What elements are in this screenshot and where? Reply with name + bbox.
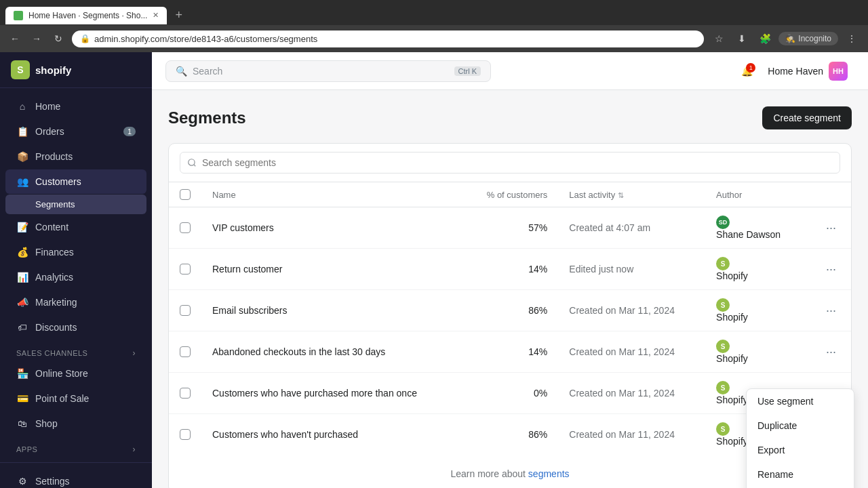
dropdown-item-rename[interactable]: Rename: [747, 462, 854, 487]
shopify-author-icon: S: [716, 257, 730, 270]
refresh-button[interactable]: ↻: [50, 30, 66, 47]
topbar-right: 🔔 1 Home Haven HH: [741, 58, 854, 85]
address-bar[interactable]: 🔒 admin.shopify.com/store/de8143-a6/cust…: [72, 30, 704, 47]
row-actions-cell: ···: [805, 207, 851, 249]
sidebar-item-online-store[interactable]: 🏪 Online Store: [5, 361, 146, 386]
row-author: SD Shane Dawson: [705, 207, 805, 249]
row-checkbox[interactable]: [180, 222, 191, 233]
row-checkbox[interactable]: [180, 305, 191, 316]
author-avatar: SD: [716, 216, 730, 229]
orders-icon: 📋: [16, 125, 28, 138]
author-name: Shopify: [716, 270, 748, 281]
page-content: Segments Create segment Name % of custom: [152, 90, 868, 488]
sidebar-item-analytics[interactable]: 📊 Analytics: [5, 265, 146, 289]
global-search[interactable]: 🔍 Search Ctrl K: [165, 60, 491, 82]
sidebar-item-point-of-sale[interactable]: 💳 Point of Sale: [5, 386, 146, 411]
online-store-icon: 🏪: [16, 367, 28, 380]
row-pct: 0%: [463, 373, 558, 414]
dropdown-item-duplicate[interactable]: Duplicate: [747, 413, 854, 438]
store-name: Home Haven: [768, 66, 823, 77]
active-tab[interactable]: Home Haven · Segments · Sho... ✕: [5, 7, 167, 24]
row-more-button[interactable]: ···: [822, 302, 840, 319]
sidebar-item-discounts[interactable]: 🏷 Discounts: [5, 315, 146, 340]
apps-label: Apps: [16, 445, 37, 453]
sidebar-item-products-label: Products: [35, 151, 73, 162]
row-checkbox-cell: [169, 331, 201, 373]
header-name: Name: [201, 182, 463, 207]
sidebar-item-customers[interactable]: 👥 Customers: [5, 169, 146, 194]
notification-badge: 1: [746, 63, 755, 73]
row-author: S Shopify: [705, 290, 805, 331]
shopify-logo-icon: S: [11, 60, 30, 79]
row-more-button[interactable]: ···: [822, 261, 840, 278]
sales-channels-expand-icon[interactable]: ›: [133, 348, 136, 358]
row-name: Customers who haven't purchased: [201, 414, 463, 455]
sidebar-item-finances[interactable]: 💰 Finances: [5, 240, 146, 264]
bookmark-button[interactable]: ☆: [709, 29, 728, 48]
forward-button[interactable]: →: [28, 30, 45, 47]
sidebar-item-shop[interactable]: 🛍 Shop: [5, 411, 146, 436]
author-name: Shopify: [716, 312, 748, 323]
store-menu-button[interactable]: Home Haven HH: [761, 58, 854, 85]
apps-expand-icon[interactable]: ›: [133, 445, 136, 454]
sidebar: S shopify ⌂ Home 📋 Orders 1 📦 Products 👥…: [0, 52, 152, 488]
sidebar-item-settings[interactable]: ⚙ Settings: [5, 469, 146, 488]
sidebar-item-segments[interactable]: Segments: [5, 195, 146, 214]
customers-icon: 👥: [16, 176, 28, 188]
lock-icon: 🔒: [80, 34, 90, 43]
sort-icon: ⇅: [618, 191, 624, 199]
row-checkbox-cell: [169, 290, 201, 331]
select-all-checkbox[interactable]: [180, 189, 191, 200]
new-tab-button[interactable]: +: [170, 5, 188, 25]
store-avatar: HH: [829, 62, 848, 81]
row-checkbox[interactable]: [180, 429, 191, 440]
tab-close-button[interactable]: ✕: [153, 11, 159, 20]
row-actions-cell: ···: [805, 290, 851, 331]
row-activity: Created on Mar 11, 2024: [558, 373, 705, 414]
pos-icon: 💳: [16, 392, 28, 405]
search-segments-input[interactable]: [180, 152, 840, 174]
sidebar-item-orders[interactable]: 📋 Orders 1: [5, 119, 146, 144]
header-checkbox-col: [169, 182, 201, 207]
search-shortcut: Ctrl K: [454, 66, 481, 76]
row-checkbox[interactable]: [180, 346, 191, 357]
dropdown-item-export[interactable]: Export: [747, 438, 854, 462]
row-checkbox[interactable]: [180, 264, 191, 274]
analytics-icon: 📊: [16, 271, 28, 283]
incognito-icon: 🕵: [785, 34, 795, 43]
shop-icon: 🛍: [16, 418, 28, 430]
sidebar-item-marketing[interactable]: 📣 Marketing: [5, 290, 146, 314]
row-activity: Created on Mar 11, 2024: [558, 290, 705, 331]
sidebar-item-settings-label: Settings: [35, 476, 70, 487]
row-activity: Created at 4:07 am: [558, 207, 705, 249]
incognito-indicator: 🕵 Incognito: [778, 32, 838, 45]
row-checkbox[interactable]: [180, 388, 191, 399]
table-row: Abandoned checkouts in the last 30 days …: [169, 331, 851, 373]
learn-more-link[interactable]: segments: [528, 468, 570, 479]
row-name: Email subscribers: [201, 290, 463, 331]
row-activity: Created on Mar 11, 2024: [558, 331, 705, 373]
header-activity[interactable]: Last activity ⇅: [558, 182, 705, 207]
sidebar-item-products[interactable]: 📦 Products: [5, 144, 146, 169]
row-more-button[interactable]: ···: [822, 220, 840, 237]
search-icon: 🔍: [176, 66, 187, 77]
extensions-button[interactable]: 🧩: [755, 29, 774, 48]
row-name: VIP customers: [201, 207, 463, 249]
download-button[interactable]: ⬇: [732, 29, 751, 48]
sidebar-item-content[interactable]: 📝 Content: [5, 215, 146, 239]
incognito-label: Incognito: [798, 34, 831, 43]
notification-button[interactable]: 🔔 1: [741, 66, 753, 77]
row-pct: 86%: [463, 290, 558, 331]
sidebar-item-discounts-label: Discounts: [35, 322, 77, 333]
row-author: S Shopify: [705, 331, 805, 373]
sidebar-item-orders-label: Orders: [35, 126, 64, 137]
dropdown-item-use-segment[interactable]: Use segment: [747, 389, 854, 413]
sidebar-item-home[interactable]: ⌂ Home: [5, 94, 146, 119]
sidebar-navigation: ⌂ Home 📋 Orders 1 📦 Products 👥 Customers…: [0, 88, 152, 462]
tab-title: Home Haven · Segments · Sho...: [28, 11, 147, 20]
row-more-button[interactable]: ···: [822, 344, 840, 361]
create-segment-button[interactable]: Create segment: [762, 106, 852, 129]
content-icon: 📝: [16, 221, 28, 233]
menu-button[interactable]: ⋮: [842, 29, 861, 48]
back-button[interactable]: ←: [7, 30, 23, 47]
